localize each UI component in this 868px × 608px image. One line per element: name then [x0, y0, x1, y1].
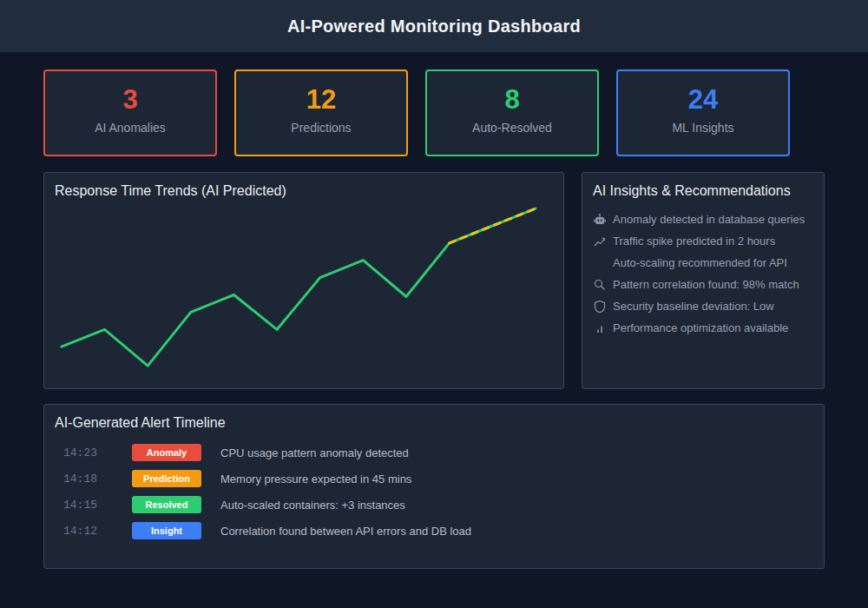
timeline-time: 14:15	[63, 499, 112, 512]
status-badge-prediction: Prediction	[132, 470, 201, 487]
timeline-time: 14:12	[63, 525, 112, 538]
insight-text: Performance optimization available	[613, 321, 788, 334]
timeline-text: Memory pressure expected in 45 mins	[220, 473, 411, 486]
stat-label-predictions: Predictions	[236, 121, 406, 135]
timeline-row: 14:23 Anomaly CPU usage pattern anomaly …	[55, 439, 813, 466]
stats-row: 3 AI Anomalies 12 Predictions 8 Auto-Res…	[43, 69, 825, 156]
timeline-row: 14:12 Insight Correlation found between …	[55, 518, 813, 544]
insight-item: Pattern correlation found: 98% match	[593, 274, 813, 295]
magnifier-icon	[593, 278, 607, 292]
page-title: AI-Powered Monitoring Dashboard	[287, 17, 581, 36]
mid-row: Response Time Trends (AI Predicted) AI I…	[43, 172, 825, 389]
timeline-time: 14:23	[63, 446, 112, 459]
trend-up-icon	[593, 235, 607, 248]
stat-value-ai-anomalies: 3	[45, 84, 215, 116]
insight-item: Security baseline deviation: Low	[593, 295, 813, 317]
timeline-text: CPU usage pattern anomaly detected	[220, 446, 409, 459]
insight-text: Pattern correlation found: 98% match	[613, 278, 799, 291]
insight-text: Auto-scaling recommended for API	[613, 256, 787, 269]
insight-text: Traffic spike predicted in 2 hours	[613, 235, 775, 248]
timeline-panel: AI-Generated Alert Timeline 14:23 Anomal…	[43, 404, 825, 569]
timeline-title: AI-Generated Alert Timeline	[44, 405, 824, 436]
stat-value-auto-resolved: 8	[427, 84, 597, 116]
shield-icon	[593, 300, 607, 314]
insight-item: Auto-scaling recommended for API	[593, 252, 813, 274]
timeline-rows: 14:23 Anomaly CPU usage pattern anomaly …	[44, 436, 824, 547]
insights-list: Anomaly detected in database queries Tra…	[582, 208, 824, 339]
stat-value-predictions: 12	[236, 84, 406, 116]
timeline-text: Auto-scaled containers: +3 instances	[220, 499, 405, 512]
stat-label-ml-insights: ML Insights	[618, 121, 788, 135]
insight-item: Traffic spike predicted in 2 hours	[593, 230, 813, 252]
status-badge-insight: Insight	[132, 522, 201, 539]
response-chart-svg	[44, 204, 563, 387]
insight-text: Security baseline deviation: Low	[613, 300, 774, 313]
stat-card-ml-insights: 24 ML Insights	[616, 69, 790, 156]
timeline-row: 14:15 Resolved Auto-scaled containers: +…	[55, 492, 813, 518]
robot-icon	[593, 213, 607, 227]
insights-panel: AI Insights & Recommendations	[582, 172, 825, 389]
stat-card-ai-anomalies: 3 AI Anomalies	[43, 69, 217, 156]
insight-text: Anomaly detected in database queries	[613, 213, 805, 226]
stat-label-auto-resolved: Auto-Resolved	[427, 121, 597, 135]
timeline-time: 14:18	[63, 473, 112, 486]
insight-item: Performance optimization available	[593, 317, 813, 339]
stat-label-ai-anomalies: AI Anomalies	[45, 121, 215, 135]
status-badge-resolved: Resolved	[132, 496, 201, 513]
timeline-text: Correlation found between API errors and…	[220, 525, 471, 538]
chart-title: Response Time Trends (AI Predicted)	[44, 173, 563, 204]
stat-value-ml-insights: 24	[618, 84, 788, 116]
status-badge-anomaly: Anomaly	[132, 444, 201, 461]
insight-item: Anomaly detected in database queries	[593, 208, 813, 230]
dashboard-main: 3 AI Anomalies 12 Predictions 8 Auto-Res…	[0, 52, 868, 569]
stat-card-auto-resolved: 8 Auto-Resolved	[425, 69, 599, 156]
auto-scaling-icon	[593, 256, 607, 270]
timeline-row: 14:18 Prediction Memory pressure expecte…	[55, 466, 813, 492]
stat-card-predictions: 12 Predictions	[234, 69, 408, 156]
response-chart-panel: Response Time Trends (AI Predicted)	[43, 172, 564, 389]
app-header: AI-Powered Monitoring Dashboard	[0, 0, 868, 52]
bar-chart-icon	[593, 321, 607, 335]
insights-title: AI Insights & Recommendations	[582, 173, 824, 204]
